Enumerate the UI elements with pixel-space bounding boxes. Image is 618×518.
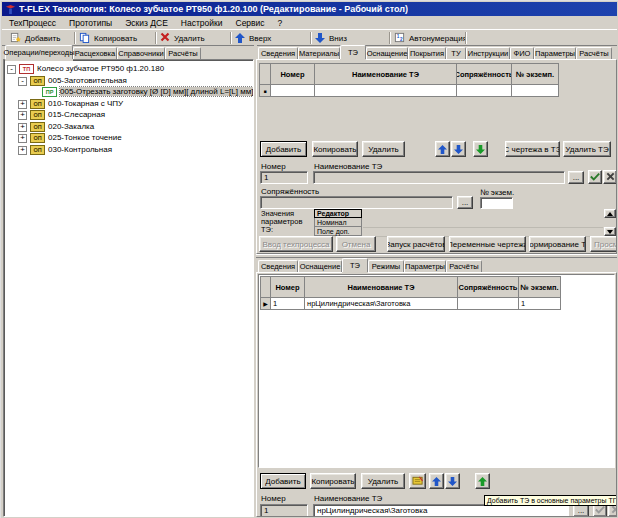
number-label: Номер: [261, 162, 286, 171]
preview-button-clipped[interactable]: Просмотр: [590, 236, 617, 252]
tab-te-top[interactable]: ТЭ: [340, 45, 366, 59]
tab-operations-transitions[interactable]: Операции/переходы: [5, 45, 73, 59]
toolbar-down-button[interactable]: Вниз: [315, 31, 347, 45]
conjugation-browse-button[interactable]: ...: [457, 196, 473, 209]
tab-fio[interactable]: ФИО: [510, 47, 534, 59]
cell-conjugation: [458, 298, 519, 310]
te-bottom-add-button[interactable]: Добавить: [260, 473, 306, 489]
te-bottom-move-up-button[interactable]: [429, 473, 444, 489]
te-add-button[interactable]: Добавить: [260, 141, 307, 157]
menu-settings[interactable]: Настройки: [181, 18, 223, 28]
tree-item-label: 010-Токарная с ЧПУ: [48, 99, 123, 108]
te-name-label: Наименование ТЭ: [314, 494, 382, 503]
expand-expander[interactable]: +: [18, 134, 27, 143]
run-calculations-button[interactable]: Запуск расчётов: [387, 236, 445, 252]
tab-parameters-top[interactable]: Параметры: [534, 47, 576, 59]
expand-expander[interactable]: +: [18, 146, 27, 155]
tree-item-label: 030-Контрольная: [48, 145, 112, 154]
tab-parameters-bottom[interactable]: Параметры: [404, 260, 446, 272]
instance-field[interactable]: [480, 197, 513, 209]
tab-tu[interactable]: ТУ: [446, 47, 466, 59]
window-title: T-FLEX Технология: Колесо зубчатое РТ950…: [19, 4, 408, 14]
conjugation-label: Сопряжённость: [261, 187, 319, 196]
te-bottom-grid-row[interactable]: ▶ 1 нрЦилиндрическая\Заготовка 1: [260, 298, 562, 310]
current-row-marker: ■: [259, 85, 271, 97]
cross-icon: [611, 505, 618, 516]
menu-prototypes[interactable]: Прототипы: [69, 18, 112, 28]
tab-rezhimy[interactable]: Режимы: [368, 260, 404, 272]
tree-item-label: 005-Заготовительная: [48, 76, 127, 85]
operation-icon: ОП: [30, 110, 45, 120]
tab-calculations-bottom[interactable]: Расчёты: [446, 260, 482, 272]
tab-svedeniya-top[interactable]: Сведения: [258, 47, 298, 59]
te-move-up-button[interactable]: [435, 141, 450, 157]
tab-instructions[interactable]: Инструкции: [466, 47, 510, 59]
tab-te-bottom[interactable]: ТЭ: [342, 258, 368, 272]
cancel-edit-button[interactable]: [603, 170, 617, 184]
menu-techprocess[interactable]: ТехПроцесс: [9, 18, 56, 28]
right-top-tab-bar: Сведения Материалы ТЭ Оснащение Покрытия…: [256, 45, 617, 59]
cross-icon: [606, 172, 615, 183]
toolbar-copy-button[interactable]: Копировать: [79, 31, 137, 45]
drawing-variables-button[interactable]: Переменные чертежа: [449, 236, 526, 252]
te-bottom-copy-button[interactable]: Копировать: [310, 473, 356, 489]
expand-expander[interactable]: +: [18, 111, 27, 120]
te-bottom-delete-button[interactable]: Удалить: [361, 473, 405, 489]
tab-osnashchenie-bottom[interactable]: Оснащение: [298, 260, 342, 272]
scroll-down-button[interactable]: [604, 227, 616, 236]
te-copy-button[interactable]: Копировать: [312, 141, 358, 157]
te-name-browse-button[interactable]: ...: [568, 171, 584, 184]
expand-expander[interactable]: +: [18, 123, 27, 132]
te-delete-button[interactable]: Удалить: [362, 141, 405, 157]
number-field[interactable]: 1: [260, 504, 308, 517]
tab-rastsehovka[interactable]: Расцеховка: [73, 47, 117, 59]
tab-calculations-left[interactable]: Расчёты: [165, 47, 201, 59]
delete-te-button[interactable]: Удалить ТЭ: [563, 141, 611, 157]
param-scrollbar[interactable]: [604, 209, 616, 236]
expand-expander[interactable]: +: [18, 100, 27, 109]
cancel-button[interactable]: Отмена: [336, 236, 376, 252]
transition-icon: ПР: [42, 87, 57, 97]
app-window: T-FLEX Технология: Колесо зубчатое РТ950…: [0, 0, 618, 518]
tab-osnashchenie-top[interactable]: Оснащение: [366, 47, 408, 59]
tab-svedeniya-bottom[interactable]: Сведения: [258, 260, 298, 272]
collapse-expander[interactable]: -: [7, 65, 16, 74]
col-instance: № экземп.: [512, 63, 559, 85]
tree-item-label: Колесо зубчатое РТ950 ф1.20.180: [37, 64, 164, 73]
scroll-up-button[interactable]: [604, 209, 616, 218]
form-tp-button[interactable]: Формирование ТП: [529, 236, 586, 252]
collapse-expander[interactable]: -: [18, 77, 27, 86]
tab-materials[interactable]: Материалы: [298, 47, 340, 59]
te-grid-empty-row[interactable]: ■: [259, 85, 559, 97]
menu-help[interactable]: ?: [278, 18, 283, 28]
te-bottom-grid-area: Номер Наименование ТЭ Сопряжённость № эк…: [258, 274, 615, 468]
toolbar-up-button[interactable]: Вверх: [235, 31, 271, 45]
conjugation-field[interactable]: [260, 196, 453, 209]
cell-instance: 1: [519, 298, 561, 310]
tab-references[interactable]: Справочники: [117, 47, 165, 59]
down-arrow-icon: [448, 477, 457, 486]
confirm-button[interactable]: [588, 170, 602, 184]
enter-techprocess-button[interactable]: Ввод техпроцесса: [259, 236, 333, 252]
tab-pokrytiya[interactable]: Покрытия: [408, 47, 446, 59]
edit-te-params-button[interactable]: [409, 473, 426, 489]
title-bar[interactable]: T-FLEX Технология: Колесо зубчатое РТ950…: [2, 2, 617, 16]
add-te-to-main-params-button[interactable]: [475, 473, 490, 489]
process-tree: - ТП Колесо зубчатое РТ950 ф1.20.180 - О…: [3, 59, 254, 517]
param-row-field[interactable]: Поле доп.: [314, 227, 362, 236]
notebook-edit-icon: [412, 475, 424, 488]
param-row-nominal[interactable]: Номинал: [314, 218, 362, 227]
menu-sketch-dse[interactable]: Эскиз ДСЕ: [125, 18, 168, 28]
add-icon: [10, 32, 21, 45]
tab-calculations-top[interactable]: Расчёты: [576, 47, 612, 59]
from-drawing-to-te-button[interactable]: С чертежа в ТЭ: [505, 141, 560, 157]
te-move-down-button[interactable]: [451, 141, 466, 157]
te-name-field[interactable]: [313, 171, 565, 184]
te-insert-button[interactable]: [473, 141, 488, 157]
toolbar-delete-button[interactable]: Удалить: [160, 31, 205, 45]
number-field[interactable]: 1: [260, 171, 308, 184]
te-bottom-move-down-button[interactable]: [445, 473, 460, 489]
toolbar-add-button[interactable]: Добавить: [10, 31, 60, 45]
toolbar-autonumber-button[interactable]: 12 Автонумерация: [394, 31, 467, 45]
menu-service[interactable]: Сервис: [236, 18, 265, 28]
